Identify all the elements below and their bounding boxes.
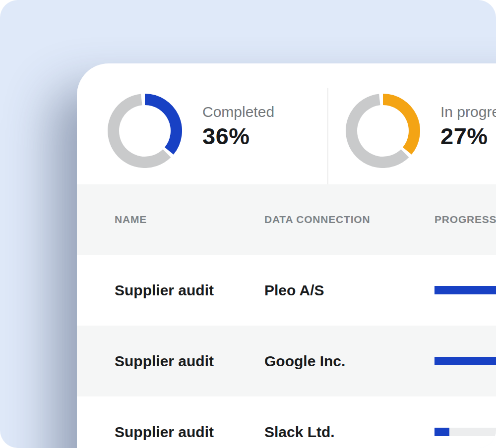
- header-progress: PROGRESS: [434, 214, 496, 225]
- stage: Completed 36% In progress 27% NAME DATA …: [0, 0, 496, 448]
- header-data-connection: DATA CONNECTION: [264, 214, 434, 225]
- progress-bar-fill: [434, 357, 496, 365]
- stat-label: In progress: [440, 103, 496, 121]
- stat-in-progress: In progress 27%: [440, 103, 496, 150]
- donut-chart-in-progress: [346, 94, 420, 168]
- audit-table: NAME DATA CONNECTION PROGRESS Supplier a…: [77, 184, 496, 448]
- row-progress-cell: [434, 286, 496, 294]
- row-name: Supplier audit: [115, 353, 264, 370]
- row-connection: Slack Ltd.: [264, 424, 434, 441]
- donut-chart-completed: [108, 94, 182, 168]
- table-row[interactable]: Supplier audit Pleo A/S: [77, 255, 496, 326]
- stat-value: 36%: [202, 123, 274, 150]
- dashboard-card: Completed 36% In progress 27% NAME DATA …: [77, 63, 496, 448]
- stat-label: Completed: [202, 103, 274, 121]
- row-connection: Pleo A/S: [264, 282, 434, 299]
- stat-value: 27%: [440, 123, 496, 150]
- table-row[interactable]: Supplier audit Slack Ltd.: [77, 396, 496, 448]
- row-progress-cell: [434, 428, 496, 436]
- row-name: Supplier audit: [115, 282, 264, 299]
- progress-bar-fill: [434, 286, 496, 294]
- row-progress-cell: [434, 357, 496, 365]
- stats-divider: [327, 88, 328, 184]
- background-canvas: Completed 36% In progress 27% NAME DATA …: [0, 0, 496, 448]
- progress-bar-track: [434, 357, 496, 365]
- stats-section: Completed 36% In progress 27%: [77, 63, 496, 184]
- stat-completed: Completed 36%: [202, 103, 274, 150]
- header-name: NAME: [115, 214, 264, 225]
- progress-bar-track: [434, 428, 496, 436]
- table-row[interactable]: Supplier audit Google Inc.: [77, 326, 496, 396]
- table-header-row: NAME DATA CONNECTION PROGRESS: [77, 184, 496, 255]
- row-connection: Google Inc.: [264, 353, 434, 370]
- progress-bar-track: [434, 286, 496, 294]
- progress-bar-fill: [434, 428, 449, 436]
- table-body: Supplier audit Pleo A/S Supplier audit G…: [77, 255, 496, 448]
- row-name: Supplier audit: [115, 424, 264, 441]
